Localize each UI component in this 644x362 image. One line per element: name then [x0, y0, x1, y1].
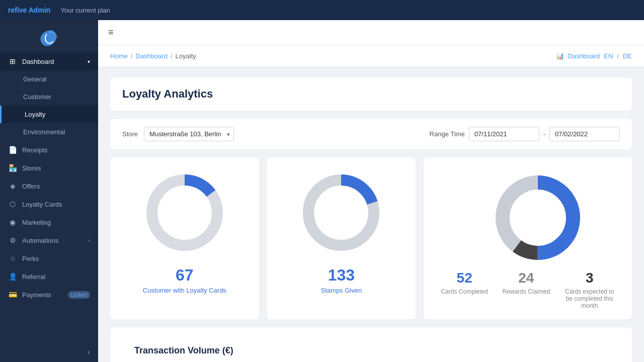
sidebar-item-dashboard[interactable]: ⊞ Dashboard ▾	[0, 52, 98, 70]
page-title-card: Loyalty Analytics	[110, 77, 632, 111]
date-separator: -	[543, 130, 545, 138]
plan-label: Your current plan	[60, 7, 110, 14]
expected-completions-item: 3 Cards expected to be completed this mo…	[565, 270, 615, 309]
stamps-number: 133	[328, 266, 355, 285]
store-label: Store	[122, 130, 138, 138]
expected-completions-label: Cards expected to be completed this mont…	[565, 288, 615, 309]
sidebar-item-perks[interactable]: ☆ Perks	[0, 249, 98, 267]
offers-icon: ◈	[8, 182, 17, 190]
hamburger-button[interactable]: ≡	[108, 27, 114, 38]
lang-separator: /	[617, 52, 619, 60]
sidebar-item-loyalty-cards[interactable]: ⬡ Loyalty Cards	[0, 195, 98, 213]
payments-icon: 💳	[8, 291, 17, 299]
sidebar-item-stores[interactable]: 🏪 Stores	[0, 159, 98, 177]
filter-right: Range Time -	[430, 127, 620, 141]
sidebar-label-customer: Customer	[23, 93, 51, 101]
content-header: ≡	[98, 20, 644, 45]
sidebar-item-marketing[interactable]: ◉ Marketing	[0, 213, 98, 231]
rewards-claimed-label: Rewards Claimed	[502, 288, 550, 295]
rewards-claimed-number: 24	[502, 270, 550, 286]
sidebar-item-customer[interactable]: Customer	[0, 88, 98, 106]
breadcrumb-current: Loyalty	[176, 52, 196, 60]
breadcrumb-sep-1: /	[131, 52, 133, 60]
donut-chart-2	[296, 167, 386, 258]
filter-left: Store Musterstraße 103, Berlin	[122, 127, 234, 141]
sidebar-item-receipts[interactable]: 📄 Receipts	[0, 141, 98, 159]
marketing-icon: ◉	[8, 218, 17, 226]
sidebar-item-referral[interactable]: 👤 Referral	[0, 267, 98, 286]
sidebar-label-marketing: Marketing	[22, 219, 51, 226]
chevron-down-icon: ▾	[88, 59, 90, 64]
sidebar-logo	[0, 20, 98, 52]
chart-card-stamps: 133 Stamps Given	[267, 157, 416, 319]
main-layout: ⊞ Dashboard ▾ General Customer Loyalty E…	[0, 20, 644, 362]
stamps-label: Stamps Given	[321, 287, 362, 294]
receipts-icon: 📄	[8, 146, 17, 154]
sidebar-label-automations: Automations	[22, 237, 58, 244]
sidebar-label-referral: Referral	[22, 273, 45, 281]
dashboard-link-icon: 📊	[556, 52, 564, 60]
sidebar-bottom: ‹	[0, 342, 98, 362]
triple-numbers: 52 Cards Completed 24 Rewards Claimed 3 …	[434, 270, 622, 309]
cards-completed-number: 52	[441, 270, 488, 286]
breadcrumb-bar: Home / Dashboard / Loyalty 📊 Dashboard E…	[98, 45, 644, 67]
expected-completions-number: 3	[565, 270, 615, 286]
transaction-title: Transaction Volume (€)	[122, 337, 620, 356]
donut-chart-1	[139, 167, 230, 258]
content-area: ≡ Home / Dashboard / Loyalty 📊 Dashboard…	[98, 20, 644, 362]
sidebar-collapse-button[interactable]: ‹	[88, 348, 90, 356]
breadcrumb-right: 📊 Dashboard EN / DE	[556, 52, 632, 60]
sidebar-label-payments: Payments	[22, 291, 51, 299]
cards-completed-item: 52 Cards Completed	[441, 270, 488, 309]
loyalty-cards-icon: ⬡	[8, 200, 17, 208]
loyalty-customers-label: Customer with Loyalty Cards	[143, 287, 226, 294]
breadcrumb-dashboard[interactable]: Dashboard	[135, 52, 168, 60]
chevron-right-icon: ‹	[89, 238, 90, 243]
locked-badge: Locked	[68, 291, 90, 299]
sidebar-item-general[interactable]: General	[0, 70, 98, 88]
sidebar-label-general: General	[23, 75, 46, 83]
cards-completed-label: Cards Completed	[441, 288, 488, 295]
donut-chart-3	[482, 167, 573, 258]
sidebar-label-stores: Stores	[22, 164, 41, 172]
store-select[interactable]: Musterstraße 103, Berlin	[144, 127, 234, 141]
sidebar-item-loyalty[interactable]: Loyalty	[0, 106, 98, 123]
automations-icon: ⚙	[8, 236, 17, 244]
sidebar-label-dashboard: Dashboard	[22, 58, 54, 65]
loyalty-customers-number: 67	[176, 266, 194, 285]
page-title: Loyalty Analytics	[122, 87, 620, 101]
sidebar-item-environmental[interactable]: Environmental	[0, 123, 98, 141]
sidebar-label-offers: Offers	[22, 183, 40, 190]
breadcrumb-home[interactable]: Home	[110, 52, 128, 60]
date-from-input[interactable]	[469, 127, 539, 141]
lang-de[interactable]: DE	[623, 52, 632, 60]
charts-grid: 67 Customer with Loyalty Cards 133 Stamp…	[110, 157, 632, 319]
dashboard-icon: ⊞	[8, 57, 17, 65]
perks-icon: ☆	[8, 254, 17, 262]
main-content: Loyalty Analytics Store Musterstraße 103…	[98, 67, 644, 362]
filter-row: Store Musterstraße 103, Berlin Range Tim…	[110, 119, 632, 149]
sidebar-label-loyalty-cards: Loyalty Cards	[22, 201, 62, 208]
sidebar-item-automations[interactable]: ⚙ Automations ‹	[0, 231, 98, 249]
range-label: Range Time	[430, 130, 465, 138]
chart-card-completions: 52 Cards Completed 24 Rewards Claimed 3 …	[424, 157, 632, 319]
stores-icon: 🏪	[8, 164, 17, 172]
rewards-claimed-item: 24 Rewards Claimed	[502, 270, 550, 309]
sidebar-item-offers[interactable]: ◈ Offers	[0, 177, 98, 195]
sidebar-label-loyalty: Loyalty	[25, 111, 45, 118]
store-select-wrapper: Musterstraße 103, Berlin	[144, 127, 234, 141]
breadcrumb-sep-2: /	[171, 52, 173, 60]
chart-card-loyalty-customers: 67 Customer with Loyalty Cards	[110, 157, 259, 319]
sidebar-label-environmental: Environmental	[23, 128, 65, 136]
sidebar-label-receipts: Receipts	[22, 146, 48, 154]
lang-en[interactable]: EN	[604, 52, 613, 60]
dashboard-link[interactable]: Dashboard	[568, 52, 600, 60]
sidebar-label-perks: Perks	[22, 255, 39, 262]
brand-label: refive Admin	[8, 6, 50, 14]
breadcrumb: Home / Dashboard / Loyalty	[110, 52, 196, 60]
referral-icon: 👤	[8, 273, 17, 281]
sidebar: ⊞ Dashboard ▾ General Customer Loyalty E…	[0, 20, 98, 362]
date-to-input[interactable]	[549, 127, 620, 141]
top-bar: refive Admin Your current plan	[0, 0, 644, 20]
sidebar-item-payments[interactable]: 💳 Payments Locked	[0, 286, 98, 304]
